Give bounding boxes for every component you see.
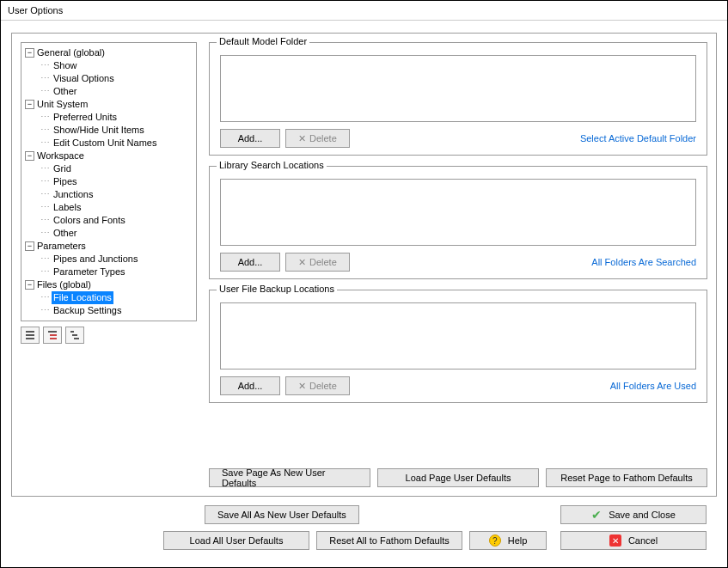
- tree-node-other-workspace[interactable]: Other: [52, 227, 79, 240]
- delete-library-folder-button: ✕Delete: [285, 253, 350, 272]
- tree-toolbar: [21, 327, 197, 344]
- tree-node-edit-custom-units[interactable]: Edit Custom Unit Names: [52, 137, 158, 150]
- tree-branch-icon: ⋯: [39, 175, 51, 188]
- tree-expander-unit-system[interactable]: −: [25, 100, 34, 109]
- delete-backup-folder-button: ✕Delete: [285, 376, 350, 395]
- svg-rect-3: [48, 331, 57, 333]
- group-title: User File Backup Locations: [217, 284, 337, 294]
- reset-page-defaults-button[interactable]: Reset Page to Fathom Defaults: [546, 468, 707, 487]
- tree-node-colors-fonts[interactable]: Colors and Fonts: [52, 214, 127, 227]
- group-title: Library Search Locations: [217, 160, 327, 170]
- svg-rect-4: [50, 334, 57, 336]
- tree-branch-icon: ⋯: [39, 266, 51, 278]
- tree-branch-icon: ⋯: [39, 214, 51, 227]
- tree-branch-icon: ⋯: [39, 253, 51, 266]
- tree-node-pipes-junctions[interactable]: Pipes and Junctions: [52, 253, 139, 266]
- tree-node-pipes[interactable]: Pipes: [52, 175, 79, 188]
- tree-branch-icon: ⋯: [39, 227, 51, 240]
- tree-expander-files[interactable]: −: [25, 280, 34, 290]
- save-all-defaults-button[interactable]: Save All As New User Defaults: [205, 505, 359, 524]
- select-active-default-folder-link[interactable]: Select Active Default Folder: [580, 133, 696, 144]
- tree-view-button[interactable]: [65, 327, 84, 344]
- default-model-folder-list[interactable]: [220, 55, 696, 122]
- expand-icon: [47, 330, 58, 340]
- load-all-defaults-button[interactable]: Load All User Defaults: [163, 531, 309, 550]
- tree-node-junctions[interactable]: Junctions: [52, 188, 95, 201]
- all-folders-used-link[interactable]: All Folders Are Used: [610, 381, 696, 391]
- tree-node-show[interactable]: Show: [52, 59, 79, 72]
- tree-node-other-general[interactable]: Other: [52, 85, 79, 98]
- delete-x-icon: ✕: [298, 133, 306, 144]
- library-search-list[interactable]: [220, 179, 696, 246]
- tree-branch-icon: ⋯: [39, 137, 51, 150]
- tree-expander-workspace[interactable]: −: [25, 151, 34, 161]
- backup-locations-list[interactable]: [220, 302, 696, 370]
- svg-rect-5: [50, 338, 57, 339]
- dialog-title: User Options: [1, 1, 727, 20]
- options-tree[interactable]: − General (global) ⋯Show ⋯Visual Options…: [21, 42, 197, 321]
- tree-node-visual-options[interactable]: Visual Options: [52, 72, 116, 85]
- svg-rect-7: [72, 334, 77, 336]
- tree-node-showhide-units[interactable]: Show/Hide Unit Items: [52, 124, 146, 137]
- delete-x-icon: ✕: [298, 381, 306, 392]
- tree-node-unit-system[interactable]: Unit System: [35, 98, 89, 111]
- tree-node-file-locations[interactable]: File Locations: [52, 291, 113, 304]
- tree-branch-icon: ⋯: [39, 111, 51, 124]
- tree-branch-icon: ⋯: [39, 162, 51, 175]
- tree-branch-icon: ⋯: [39, 201, 51, 214]
- tree-node-parameters[interactable]: Parameters: [35, 240, 88, 253]
- save-and-close-button[interactable]: ✔ Save and Close: [560, 505, 707, 524]
- delete-default-folder-button: ✕Delete: [285, 129, 350, 148]
- tree-branch-icon: ⋯: [39, 291, 51, 304]
- svg-rect-0: [26, 331, 34, 333]
- tree-node-grid[interactable]: Grid: [52, 162, 73, 175]
- all-folders-searched-link[interactable]: All Folders Are Searched: [591, 257, 696, 267]
- page-buttons-row: Save Page As New User Defaults Load Page…: [209, 468, 707, 487]
- tree-branch-icon: ⋯: [39, 72, 51, 85]
- tree-node-preferred-units[interactable]: Preferred Units: [52, 111, 119, 124]
- content-frame: − General (global) ⋯Show ⋯Visual Options…: [11, 33, 717, 497]
- tree-branch-icon: ⋯: [39, 124, 51, 137]
- tree-branch-icon: ⋯: [39, 304, 51, 317]
- tree-branch-icon: ⋯: [39, 85, 51, 98]
- collapse-all-button[interactable]: [21, 327, 40, 344]
- group-title: Default Model Folder: [217, 36, 309, 46]
- delete-x-icon: ✕: [298, 257, 306, 268]
- tree-node-workspace[interactable]: Workspace: [35, 150, 86, 162]
- user-options-dialog: User Options − General (global): [0, 0, 728, 568]
- save-page-defaults-button[interactable]: Save Page As New User Defaults: [209, 468, 370, 487]
- collapse-icon: [25, 330, 35, 340]
- add-default-folder-button[interactable]: Add...: [220, 129, 280, 148]
- tree-expander-general[interactable]: −: [25, 48, 34, 58]
- tree-branch-icon: ⋯: [39, 188, 51, 201]
- footer: Save All As New User Defaults ✔ Save and…: [11, 497, 717, 562]
- help-button[interactable]: ? Help: [469, 531, 547, 550]
- tree-branch-icon: ⋯: [39, 59, 51, 72]
- add-backup-folder-button[interactable]: Add...: [220, 376, 280, 395]
- default-model-folder-group: Default Model Folder Add... ✕Delete Sele…: [209, 42, 707, 156]
- tree-node-files[interactable]: Files (global): [35, 278, 93, 291]
- tree-node-general[interactable]: General (global): [35, 46, 107, 59]
- load-page-defaults-button[interactable]: Load Page User Defaults: [377, 468, 539, 487]
- svg-rect-6: [70, 331, 74, 333]
- help-icon: ?: [489, 534, 501, 547]
- tree-node-labels[interactable]: Labels: [52, 201, 83, 214]
- main-panel: Default Model Folder Add... ✕Delete Sele…: [209, 42, 707, 487]
- dialog-content: − General (global) ⋯Show ⋯Visual Options…: [1, 21, 727, 568]
- svg-rect-8: [74, 338, 79, 339]
- tree-expander-parameters[interactable]: −: [25, 241, 34, 251]
- svg-rect-2: [26, 338, 34, 339]
- reset-all-defaults-button[interactable]: Reset All to Fathom Defaults: [316, 531, 462, 550]
- library-search-locations-group: Library Search Locations Add... ✕Delete …: [209, 166, 707, 279]
- svg-rect-1: [26, 334, 34, 336]
- expand-all-button[interactable]: [43, 327, 62, 344]
- user-file-backup-locations-group: User File Backup Locations Add... ✕Delet…: [209, 290, 707, 403]
- check-icon: ✔: [591, 508, 602, 522]
- add-library-folder-button[interactable]: Add...: [220, 253, 280, 272]
- cancel-button[interactable]: ✕ Cancel: [560, 531, 707, 550]
- tree-node-parameter-types[interactable]: Parameter Types: [52, 266, 127, 278]
- cancel-icon: ✕: [609, 534, 621, 547]
- tree-node-backup-settings[interactable]: Backup Settings: [52, 304, 124, 317]
- tree-icon: [70, 330, 80, 340]
